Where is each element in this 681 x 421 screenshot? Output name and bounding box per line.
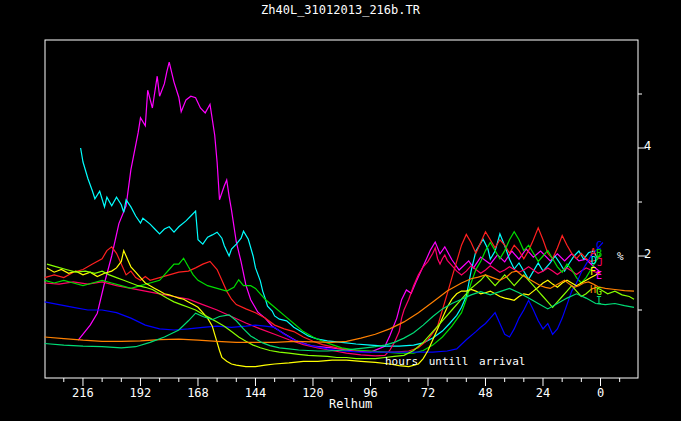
x-tick-label: 120 <box>302 386 324 400</box>
plot-svg: 21619216814412096724824042CABDJFEHGI <box>0 0 681 421</box>
right-axis-unit-label: % <box>617 250 624 263</box>
x-tick-label: 192 <box>130 386 152 400</box>
x-tick-label: 24 <box>536 386 550 400</box>
x-axis-label: Relhum <box>329 397 372 411</box>
x-tick-label: 72 <box>421 386 435 400</box>
y-tick-label: 4 <box>644 139 651 153</box>
x-tick-label: 144 <box>245 386 267 400</box>
x-tick-label: 0 <box>597 386 604 400</box>
series-end-letter-E: E <box>596 270 602 281</box>
series-line-E <box>78 62 600 352</box>
y-tick-label: 2 <box>644 247 651 261</box>
series-line-G <box>47 264 634 359</box>
plot-window: Zh40L_31012013_216b.TR 21619216814412096… <box>0 0 681 421</box>
x-tick-label: 48 <box>478 386 492 400</box>
series-end-letter-I: I <box>596 295 602 306</box>
series-line-A <box>45 228 601 352</box>
x-tick-label: 168 <box>187 386 209 400</box>
hours-annotation: hours untill arrival <box>385 355 525 368</box>
x-tick-label: 216 <box>72 386 94 400</box>
series-end-letter-J: J <box>597 257 603 268</box>
